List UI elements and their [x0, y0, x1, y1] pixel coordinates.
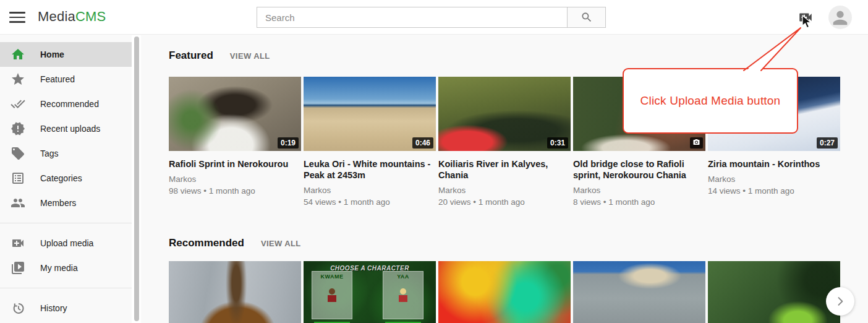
featured-section-title: Featured — [169, 50, 213, 62]
sidebar-item-label: Members — [40, 198, 76, 208]
sidebar-item-label: Recent uploads — [40, 124, 100, 134]
sidebar-item-label: Categories — [40, 173, 82, 183]
sidebar-item-upload-media[interactable]: Upload media — [0, 231, 132, 256]
search-input[interactable] — [257, 7, 568, 28]
media-card[interactable] — [708, 261, 840, 323]
sidebar-item-label: History — [40, 303, 67, 313]
sidebar-item-recommended[interactable]: Recommended — [0, 92, 132, 116]
sidebar-item-members[interactable]: Members — [0, 191, 132, 215]
carousel-next-button[interactable] — [826, 287, 854, 316]
sidebar-nav: Home Featured Recommended Recent uploads… — [0, 35, 132, 323]
sidebar-item-label: Recommended — [40, 99, 99, 109]
media-title[interactable]: Ziria mountain - Korinthos — [708, 158, 840, 170]
media-card[interactable]: 0:19 Rafioli Sprint in Nerokourou Markos… — [169, 77, 301, 207]
thumbnail-text: YAA — [383, 273, 423, 280]
done-all-icon — [11, 97, 25, 111]
sidebar-item-home[interactable]: Home — [0, 42, 132, 67]
video-call-icon — [797, 9, 814, 25]
sidebar-item-label: Upload media — [40, 238, 93, 248]
recommended-section-title: Recommended — [169, 237, 244, 249]
video-thumbnail[interactable] — [169, 261, 301, 323]
media-meta: 54 views • 1 month ago — [304, 197, 436, 207]
media-card[interactable] — [169, 261, 301, 323]
logo-text-cms: CMS — [75, 9, 106, 24]
sidebar-item-label: My media — [40, 263, 78, 273]
top-bar: MediaCMS — [0, 0, 868, 35]
upload-media-button[interactable] — [797, 9, 814, 25]
search-icon — [581, 11, 593, 24]
mediacms-app: MediaCMS Home Featured Recommended — [0, 0, 868, 323]
sidebar-divider — [0, 223, 132, 223]
video-call-icon — [11, 236, 25, 251]
media-card[interactable]: CHOOSE A CHARACTER KWAME YAA Selected Se… — [304, 261, 436, 323]
hamburger-menu-icon[interactable] — [9, 10, 25, 25]
video-thumbnail[interactable]: 0:19 — [169, 77, 301, 151]
sidebar-item-tags[interactable]: Tags — [0, 141, 132, 166]
media-card[interactable]: 0:31 Koiliaris River in Kalyves, Chania … — [438, 77, 571, 207]
sidebar-scrollbar-thumb[interactable] — [134, 37, 139, 321]
sidebar-divider — [0, 288, 132, 288]
video-thumbnail[interactable]: 0:31 — [438, 77, 571, 151]
duration-badge: 0:46 — [412, 137, 433, 149]
duration-badge: 0:31 — [547, 137, 568, 149]
sidebar-item-label: Featured — [40, 74, 75, 84]
media-card[interactable] — [573, 261, 705, 323]
sidebar-item-label: Tags — [40, 149, 59, 158]
video-thumbnail[interactable] — [573, 261, 705, 323]
recommended-view-all-link[interactable]: VIEW ALL — [261, 239, 301, 248]
recommended-cards-row: CHOOSE A CHARACTER KWAME YAA Selected Se… — [169, 261, 868, 323]
media-meta: 20 views • 1 month ago — [438, 197, 571, 207]
media-meta: 14 views • 1 month ago — [708, 186, 840, 196]
media-meta: 98 views • 1 month ago — [169, 186, 301, 196]
featured-section: Featured VIEW ALL 0:19 Rafioli Sprint in… — [141, 35, 868, 237]
video-thumbnail[interactable]: CHOOSE A CHARACTER KWAME YAA Selected Se… — [304, 261, 436, 323]
media-title[interactable]: Koiliaris River in Kalyves, Chania — [438, 158, 571, 181]
new-releases-icon — [11, 121, 25, 136]
sidebar-item-recent-uploads[interactable]: Recent uploads — [0, 116, 132, 141]
featured-view-all-link[interactable]: VIEW ALL — [230, 51, 270, 61]
sidebar-item-history[interactable]: History — [0, 296, 132, 321]
media-author[interactable]: Markos — [304, 186, 436, 195]
media-meta: 8 views • 1 month ago — [573, 197, 705, 207]
media-title[interactable]: Rafioli Sprint in Nerokourou — [169, 158, 301, 170]
photo-badge — [690, 137, 703, 149]
media-card[interactable] — [438, 261, 571, 323]
sidebar-item-categories[interactable]: Categories — [0, 166, 132, 191]
media-author[interactable]: Markos — [438, 186, 571, 195]
duration-badge: 0:27 — [817, 137, 838, 149]
mediacms-logo[interactable]: MediaCMS — [38, 9, 106, 25]
people-icon — [11, 196, 25, 210]
media-author[interactable]: Markos — [169, 174, 301, 184]
camera-icon — [692, 139, 700, 146]
media-card[interactable]: 0:46 Leuka Ori - White mountains - Peak … — [304, 77, 436, 207]
video-library-icon — [11, 261, 25, 275]
thumbnail-text: KWAME — [312, 273, 352, 280]
search-bar — [257, 7, 606, 28]
tag-icon — [11, 146, 25, 161]
logo-text-media: Media — [38, 9, 75, 24]
video-thumbnail[interactable] — [438, 261, 571, 323]
sidebar-item-my-media[interactable]: My media — [0, 256, 132, 280]
media-title[interactable]: Leuka Ori - White mountains - Peak at 24… — [304, 158, 436, 181]
sidebar-item-label: Home — [40, 50, 64, 59]
media-author[interactable]: Markos — [708, 174, 840, 184]
thumbnail-graphic: YAA — [383, 271, 423, 319]
video-thumbnail[interactable]: 0:46 — [304, 77, 436, 151]
sidebar-scrollbar-track[interactable] — [132, 35, 141, 323]
chevron-right-icon — [834, 295, 846, 308]
person-icon — [830, 7, 851, 28]
media-author[interactable]: Markos — [573, 186, 705, 195]
recommended-section: Recommended VIEW ALL CHOOSE A CHARACTER … — [141, 237, 868, 323]
list-alt-icon — [11, 171, 25, 186]
home-icon — [11, 47, 25, 62]
media-title[interactable]: Old bridge close to Rafioli sprint, Nero… — [573, 158, 705, 181]
sidebar-item-featured[interactable]: Featured — [0, 67, 132, 92]
video-thumbnail[interactable] — [708, 261, 840, 323]
thumbnail-graphic: KWAME — [312, 271, 352, 319]
search-button[interactable] — [567, 7, 606, 28]
duration-badge: 0:19 — [278, 137, 299, 149]
annotation-text: Click Upload Media button — [640, 94, 781, 108]
annotation-callout: Click Upload Media button — [623, 68, 798, 134]
user-avatar-button[interactable] — [828, 6, 852, 29]
history-icon — [11, 301, 25, 316]
